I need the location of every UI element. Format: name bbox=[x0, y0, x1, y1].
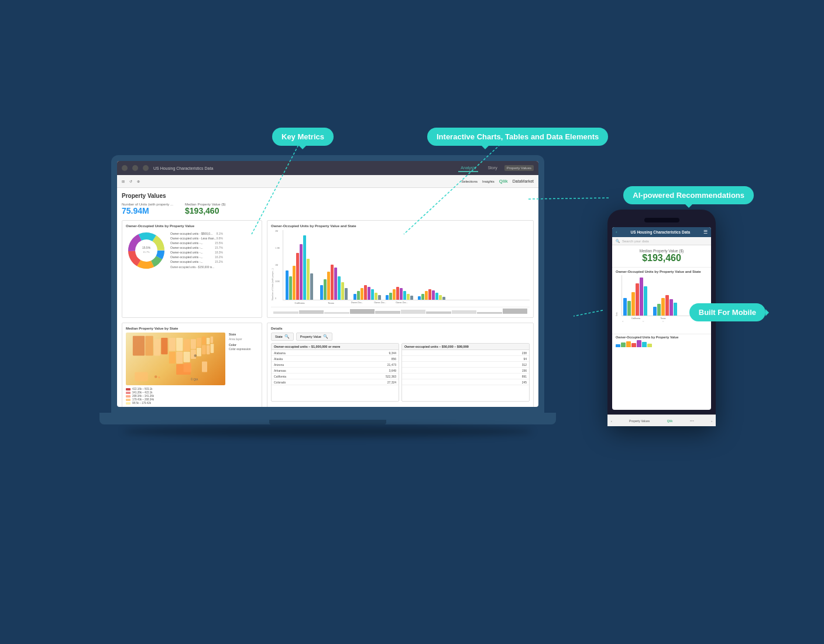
property-values-dropdown[interactable]: Property Values bbox=[504, 165, 534, 171]
phone-chart: Owner-Occupied Units by Property Value a… bbox=[612, 268, 711, 334]
bar-group-other1 bbox=[353, 285, 381, 300]
bottom-row: Median Property Value by State bbox=[122, 323, 534, 407]
toolbar2-icon-2: ↺ bbox=[129, 179, 132, 183]
map-state-label: State bbox=[229, 333, 258, 336]
phone-section2-title: Owner-Occupied Units by Property Value bbox=[616, 335, 708, 339]
map-panel: Median Property Value by State bbox=[122, 323, 262, 407]
phone-bar-group-ca bbox=[623, 278, 647, 316]
tab-analysis[interactable]: Analysis bbox=[458, 165, 478, 172]
donut-svg: 15.5% 15.7% bbox=[126, 230, 167, 271]
toolbar-btn-1 bbox=[122, 165, 128, 171]
dashboard-toolbar: US Housing Characteristics Data Analysis… bbox=[117, 161, 538, 175]
map-legend: 422.16k – 503.1k 341.26k – 422.1k bbox=[126, 388, 225, 405]
laptop-base bbox=[99, 413, 556, 424]
col2-row-1: 238 bbox=[402, 350, 529, 356]
phone-back-btn[interactable]: ‹ bbox=[616, 229, 617, 235]
dashboard-content: Property Values Number of Units (with pr… bbox=[117, 188, 538, 407]
detail-row-alabama: Alabama9,344 bbox=[272, 350, 399, 356]
bar-group-other2 bbox=[386, 287, 413, 300]
svg-rect-37 bbox=[202, 362, 207, 372]
phone-chart-title: Owner-Occupied Units by Property Value a… bbox=[616, 270, 708, 273]
insights-btn[interactable]: Insights bbox=[482, 180, 495, 183]
phone-search-placeholder: Search your data bbox=[622, 239, 649, 243]
callout-key-metrics: Key Metrics bbox=[272, 128, 334, 146]
us-map-svg: © QIA bbox=[126, 333, 225, 385]
dashboard-main: Property Values Number of Units (with pr… bbox=[117, 188, 538, 407]
svg-rect-15 bbox=[133, 336, 145, 356]
map-color-expression: Color expression bbox=[229, 347, 258, 351]
kpi-median: Median Property Value ($) $193,460 bbox=[185, 203, 226, 215]
svg-rect-38 bbox=[135, 372, 148, 382]
phone-header: ‹ US Housing Characteristics Data ☰ bbox=[612, 227, 711, 237]
svg-rect-33 bbox=[207, 345, 210, 354]
svg-rect-16 bbox=[145, 336, 153, 356]
phone-header-title: US Housing Characteristics Data bbox=[631, 230, 691, 234]
state-search-icon: 🔍 bbox=[284, 334, 290, 339]
col2: Owner-occupied units – $50,000 – $99,999… bbox=[401, 343, 530, 402]
phone-search[interactable]: 🔍 Search your data bbox=[612, 237, 711, 245]
toolbar-right: Property Values bbox=[504, 165, 534, 171]
svg-rect-24 bbox=[184, 352, 190, 362]
details-panel: Details State 🔍 Property Value 🔍 bbox=[267, 323, 534, 407]
property-filter-label: Property Value bbox=[300, 335, 321, 338]
state-filter[interactable]: State 🔍 bbox=[271, 333, 294, 341]
toolbar2-right: Selections Insights Qlik DataMarket bbox=[461, 179, 534, 184]
col2-row-2: 94 bbox=[402, 356, 529, 362]
dashboard-title: US Housing Characteristics Data bbox=[153, 166, 454, 170]
col2-header: Owner-occupied units – $50,000 – $99,999 bbox=[402, 344, 529, 350]
x-label-other3: Owner-Occ... bbox=[392, 302, 412, 304]
callout-built-for-mobile: Built For Mobile bbox=[689, 303, 765, 321]
donut-legend: Owner-occupied units - $500,0... 8.1% Ow… bbox=[170, 231, 223, 269]
tab-story[interactable]: Story bbox=[485, 165, 499, 172]
phone-menu-btn[interactable]: ☰ bbox=[703, 229, 708, 235]
bar-chart-x-labels: California Texas Owner-Occ... Owner-Occ.… bbox=[283, 302, 530, 304]
phone-section2: Owner-Occupied Units by Property Value bbox=[612, 334, 711, 348]
svg-rect-23 bbox=[176, 352, 183, 364]
svg-rect-32 bbox=[202, 345, 206, 354]
bar-chart-area: 2M1.5M1M500K0 bbox=[283, 230, 530, 300]
svg-rect-26 bbox=[197, 338, 201, 347]
bar-group-other3 bbox=[418, 289, 445, 300]
bar-group-texas bbox=[320, 265, 348, 300]
dashboard-tabs: Analysis Story bbox=[458, 165, 499, 172]
x-label-california: California bbox=[285, 302, 314, 304]
x-label-texas: Texas bbox=[318, 302, 344, 304]
detail-row-alaska: Alaska856 bbox=[272, 356, 399, 362]
toolbar-btn-3 bbox=[143, 165, 149, 171]
svg-rect-30 bbox=[191, 350, 196, 359]
details-title: Details bbox=[271, 327, 530, 330]
secondary-toolbar: ⊞ ↺ ⊕ Selections Insights Qlik DataMarke… bbox=[117, 175, 538, 188]
toolbar2-icon-3: ⊕ bbox=[137, 179, 140, 183]
detail-row-arizona: Arizona21,473 bbox=[272, 362, 399, 368]
us-map: © QIA bbox=[126, 333, 225, 385]
bar-chart-title: Owner-Occupied Units by Property Value a… bbox=[271, 224, 530, 228]
kpi-median-value: $193,460 bbox=[185, 206, 226, 215]
col1-header: Owner-occupied units – $1,000,000 or mor… bbox=[272, 344, 399, 350]
svg-rect-34 bbox=[211, 344, 214, 353]
donut-chart-panel: Owner-Occupied Units by Property Value bbox=[122, 220, 262, 318]
svg-line-3 bbox=[574, 310, 603, 316]
svg-point-39 bbox=[154, 375, 157, 378]
svg-rect-36 bbox=[184, 363, 192, 372]
property-search-icon: 🔍 bbox=[323, 334, 328, 339]
svg-rect-20 bbox=[176, 338, 183, 351]
qlik-logo: Qlik bbox=[499, 179, 508, 184]
svg-rect-22 bbox=[169, 352, 176, 364]
property-filter[interactable]: Property Value 🔍 bbox=[296, 333, 332, 341]
callout-interactive-charts: Interactive Charts, Tables and Data Elem… bbox=[427, 128, 608, 146]
laptop-device: US Housing Characteristics Data Analysis… bbox=[111, 155, 544, 430]
svg-rect-28 bbox=[207, 338, 210, 344]
dashboard: US Housing Characteristics Data Analysis… bbox=[117, 161, 538, 407]
svg-rect-27 bbox=[202, 337, 206, 345]
donut-chart-title: Owner-Occupied Units by Property Value bbox=[126, 224, 258, 228]
phone-bar-group-tx bbox=[653, 295, 677, 316]
svg-point-40 bbox=[158, 376, 160, 378]
details-grid: Owner-occupied units – $1,000,000 or mor… bbox=[271, 343, 530, 402]
svg-text:© QIA: © QIA bbox=[191, 378, 198, 381]
detail-row-california: California522,363 bbox=[272, 374, 399, 379]
selections-btn[interactable]: Selections bbox=[461, 180, 478, 183]
kpi-units-value: 75.94M bbox=[122, 206, 173, 215]
svg-rect-18 bbox=[161, 338, 167, 354]
kpi-row: Number of Units (with property ... 75.94… bbox=[122, 203, 534, 215]
toolbar-btn-2 bbox=[132, 165, 138, 171]
